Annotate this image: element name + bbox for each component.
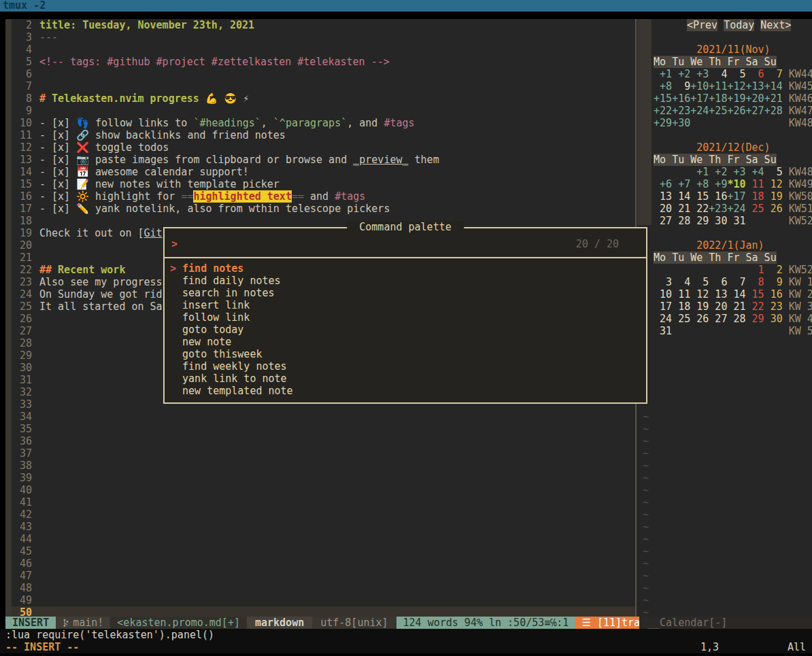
- calendar-day[interactable]: +24: [727, 203, 745, 215]
- calendar-day[interactable]: +14: [764, 80, 783, 92]
- buffer-line[interactable]: 10- [x] 👣 follow links to `#headings`, `…: [12, 117, 635, 129]
- calendar-day[interactable]: 14: [672, 190, 690, 203]
- buffer-line[interactable]: 42: [12, 508, 635, 521]
- calendar-day[interactable]: +3: [727, 166, 745, 178]
- palette-item[interactable]: find daily notes: [170, 275, 641, 287]
- calendar-day[interactable]: 23: [764, 300, 783, 313]
- calendar-day[interactable]: 25: [672, 313, 690, 325]
- calendar-day[interactable]: 2: [764, 264, 783, 276]
- buffer-line[interactable]: 5<!-- tags: #github #project #zettelkast…: [12, 56, 635, 68]
- buffer-line[interactable]: 14- [x] 📅 awesome calendar support!: [12, 166, 635, 178]
- calendar-day[interactable]: 13: [709, 288, 727, 300]
- calendar-day[interactable]: +17: [727, 190, 745, 203]
- calendar-day[interactable]: 14: [727, 288, 745, 300]
- buffer-line[interactable]: 4: [12, 44, 635, 56]
- buffer-line[interactable]: 12- [x] ❌ toggle todos: [12, 141, 635, 154]
- calendar-day[interactable]: 19: [690, 300, 709, 313]
- calendar-day[interactable]: +23: [709, 203, 727, 215]
- calendar-day[interactable]: 18: [672, 300, 690, 313]
- calendar-day[interactable]: 31: [654, 325, 672, 337]
- calendar-day[interactable]: 3: [654, 276, 672, 288]
- buffer-line[interactable]: 8# Telekasten.nvim progress 💪 😎 ⚡: [12, 92, 635, 105]
- calendar-day[interactable]: 27: [709, 313, 727, 325]
- calendar-day[interactable]: +23: [672, 105, 690, 117]
- buffer-line[interactable]: 36: [12, 435, 635, 447]
- calendar-day[interactable]: 28: [727, 313, 745, 325]
- calendar-day[interactable]: 8: [746, 276, 764, 288]
- calendar-day[interactable]: +2: [672, 68, 690, 80]
- buffer-line[interactable]: 34: [12, 411, 635, 423]
- calendar-day[interactable]: 11: [672, 288, 690, 300]
- calendar-day[interactable]: +11: [709, 80, 727, 92]
- calendar-day[interactable]: 21: [727, 300, 745, 313]
- buffer-line[interactable]: 43: [12, 521, 635, 533]
- calendar-day[interactable]: 19: [764, 190, 783, 203]
- calendar-prev-button[interactable]: <Prev: [687, 19, 717, 31]
- buffer-line[interactable]: 48: [12, 582, 635, 594]
- palette-item[interactable]: new templated note: [170, 385, 641, 397]
- calendar-day[interactable]: 15: [690, 190, 709, 203]
- calendar-day[interactable]: +26: [727, 105, 745, 117]
- calendar-day[interactable]: +8: [654, 80, 672, 92]
- calendar-day[interactable]: +24: [690, 105, 709, 117]
- calendar-day[interactable]: 11: [746, 178, 764, 190]
- palette-item[interactable]: search in notes: [170, 287, 641, 299]
- calendar-day[interactable]: 25: [746, 203, 764, 215]
- calendar-day[interactable]: +7: [672, 178, 690, 190]
- calendar-day[interactable]: 9: [672, 80, 690, 92]
- palette-item[interactable]: find weekly notes: [170, 360, 641, 373]
- palette-item[interactable]: goto thisweek: [170, 348, 641, 360]
- calendar-day[interactable]: 1: [746, 264, 764, 276]
- buffer-line[interactable]: 44: [12, 533, 635, 545]
- buffer-line[interactable]: 2title: Tuesday, November 23th, 2021: [12, 19, 635, 31]
- calendar-day[interactable]: 12: [690, 288, 709, 300]
- calendar-day[interactable]: 29: [746, 313, 764, 325]
- calendar-day[interactable]: 13: [654, 190, 672, 203]
- calendar-day[interactable]: 27: [654, 215, 672, 227]
- palette-item[interactable]: follow link: [170, 311, 641, 324]
- buffer-line[interactable]: 38: [12, 460, 635, 472]
- calendar-day[interactable]: 12: [764, 178, 783, 190]
- calendar-day[interactable]: +6: [654, 178, 672, 190]
- buffer-line[interactable]: 40: [12, 484, 635, 496]
- calendar-day[interactable]: +9: [709, 178, 727, 190]
- palette-item[interactable]: yank link to note: [170, 373, 641, 385]
- buffer-line[interactable]: 35: [12, 423, 635, 435]
- palette-item[interactable]: new note: [170, 336, 641, 348]
- palette-item[interactable]: goto today: [170, 324, 641, 336]
- calendar-day[interactable]: +10: [690, 80, 709, 92]
- calendar-day[interactable]: +29: [654, 117, 672, 129]
- calendar-day[interactable]: 21: [672, 203, 690, 215]
- calendar-day[interactable]: +1: [654, 68, 672, 80]
- calendar-today-button[interactable]: Today: [724, 19, 754, 31]
- palette-item[interactable]: > find notes: [170, 262, 641, 275]
- buffer-line[interactable]: 6: [12, 68, 635, 80]
- calendar-day[interactable]: 28: [672, 215, 690, 227]
- calendar-day[interactable]: 9: [764, 276, 783, 288]
- calendar-day[interactable]: +1: [690, 166, 709, 178]
- calendar-day[interactable]: 5: [764, 166, 783, 178]
- calendar-day[interactable]: 6: [709, 276, 727, 288]
- calendar-day[interactable]: 5: [727, 68, 745, 80]
- calendar-day[interactable]: +21: [764, 92, 783, 105]
- calendar-panel[interactable]: 2021/11(Nov) Mo Tu We Th Fr Sa Su +1 +2 …: [641, 44, 812, 349]
- calendar-next-button[interactable]: Next>: [760, 19, 791, 31]
- calendar-day[interactable]: *10: [727, 178, 745, 190]
- calendar-day[interactable]: 6: [746, 68, 764, 80]
- buffer-line[interactable]: 9: [12, 105, 635, 117]
- calendar-day[interactable]: +19: [727, 92, 745, 105]
- calendar-day[interactable]: 22: [746, 300, 764, 313]
- calendar-day[interactable]: +15: [654, 92, 672, 105]
- calendar-day[interactable]: +17: [690, 92, 709, 105]
- calendar-day[interactable]: 5: [690, 276, 709, 288]
- buffer-line[interactable]: 47: [12, 570, 635, 582]
- palette-item[interactable]: insert link: [170, 299, 641, 311]
- calendar-day[interactable]: 16: [764, 288, 783, 300]
- calendar-day[interactable]: +22: [654, 105, 672, 117]
- calendar-day[interactable]: 7: [727, 276, 745, 288]
- calendar-day[interactable]: +13: [746, 80, 764, 92]
- buffer-line[interactable]: 3---: [12, 31, 635, 44]
- calendar-day[interactable]: 4: [709, 68, 727, 80]
- calendar-day[interactable]: 18: [746, 190, 764, 203]
- palette-prompt-row[interactable]: > 20 / 20: [171, 238, 639, 250]
